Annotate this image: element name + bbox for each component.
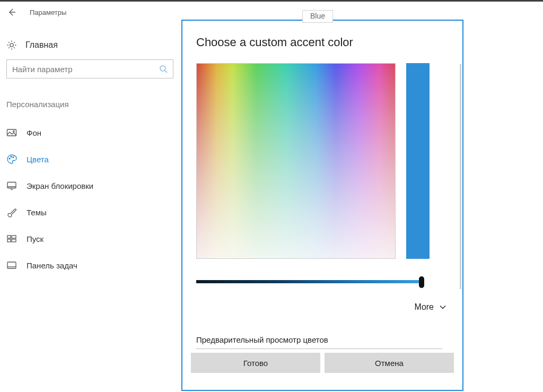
- svg-rect-2: [7, 129, 16, 136]
- svg-point-5: [11, 156, 12, 158]
- home-label: Главная: [25, 40, 58, 50]
- more-toggle[interactable]: More: [196, 302, 449, 312]
- back-button[interactable]: [0, 2, 23, 23]
- svg-point-4: [9, 158, 10, 159]
- svg-rect-11: [12, 239, 16, 242]
- color-preview-swatch: [406, 63, 430, 259]
- svg-rect-7: [7, 182, 16, 188]
- window-title: Параметры: [30, 8, 66, 16]
- monitor-icon: [6, 180, 17, 191]
- value-slider[interactable]: [196, 277, 422, 286]
- done-button[interactable]: Готово: [191, 353, 320, 373]
- sidebar-item-start[interactable]: Пуск: [0, 225, 175, 252]
- sidebar-item-background[interactable]: Фон: [0, 119, 175, 146]
- dialog-title: Choose a custom accent color: [196, 36, 449, 49]
- gear-icon: [6, 40, 17, 50]
- sidebar-item-themes[interactable]: Темы: [0, 199, 175, 225]
- svg-rect-9: [12, 236, 16, 238]
- sidebar-item-label: Фон: [27, 128, 41, 137]
- sidebar-item-colors[interactable]: Цвета: [0, 146, 175, 172]
- window-top-border: [0, 0, 543, 2]
- palette-icon: [6, 154, 17, 164]
- cancel-button[interactable]: Отмена: [325, 353, 454, 373]
- color-preview-heading: Предварительный просмотр цветов: [196, 335, 442, 349]
- home-nav-item[interactable]: Главная: [6, 32, 58, 58]
- svg-rect-10: [7, 239, 11, 242]
- accent-color-dialog: Choose a custom accent color More Предва…: [181, 20, 463, 391]
- sidebar-item-lockscreen[interactable]: Экран блокировки: [0, 172, 175, 199]
- sidebar-item-label: Панель задач: [27, 261, 77, 270]
- sidebar-item-taskbar[interactable]: Панель задач: [0, 252, 175, 278]
- sidebar-item-label: Цвета: [27, 155, 49, 164]
- brush-icon: [6, 207, 17, 217]
- start-tiles-icon: [6, 233, 17, 244]
- titlebar: Параметры: [0, 2, 66, 23]
- search-icon: [159, 65, 168, 73]
- search-box[interactable]: [6, 59, 173, 79]
- value-slider-thumb[interactable]: [419, 276, 424, 288]
- sidebar-item-label: Темы: [27, 208, 47, 217]
- svg-point-0: [10, 43, 13, 47]
- more-label: More: [415, 302, 434, 312]
- svg-rect-8: [7, 236, 11, 238]
- svg-point-1: [160, 66, 165, 71]
- svg-point-3: [13, 130, 14, 132]
- picture-icon: [6, 127, 17, 138]
- value-slider-track: [196, 280, 422, 283]
- section-heading: Персонализация: [6, 100, 69, 109]
- arrow-left-icon: [7, 8, 16, 16]
- color-name-tooltip: Blue: [302, 10, 333, 23]
- color-field[interactable]: [196, 63, 396, 259]
- sidebar-item-label: Экран блокировки: [27, 181, 93, 190]
- svg-rect-12: [7, 262, 16, 268]
- sidebar-item-label: Пуск: [27, 234, 43, 243]
- taskbar-icon: [6, 260, 17, 271]
- svg-point-6: [13, 157, 14, 158]
- chevron-down-icon: [439, 303, 446, 311]
- sidebar-nav: Фон Цвета Экран блокировки Темы: [0, 119, 175, 278]
- search-input[interactable]: [12, 65, 159, 74]
